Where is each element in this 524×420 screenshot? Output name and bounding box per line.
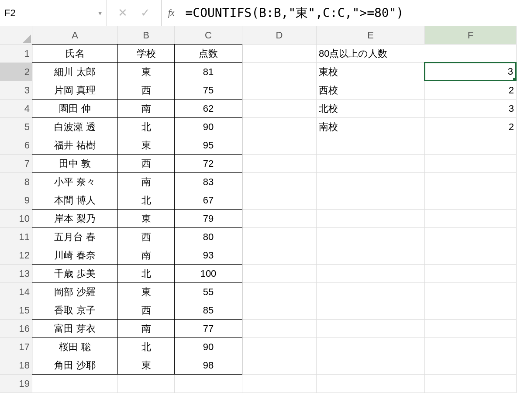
cell-B10[interactable]: 東 [117, 209, 175, 228]
cell-E3[interactable]: 西校 [317, 81, 425, 100]
cell-B4[interactable]: 南 [117, 99, 175, 118]
cell-C12[interactable]: 93 [174, 246, 242, 265]
cell-E2[interactable]: 東校 [317, 63, 425, 81]
cell-A4[interactable]: 園田 伸 [32, 99, 118, 118]
cell-D19[interactable] [242, 375, 317, 393]
cell-F9[interactable] [425, 191, 517, 210]
cell-D2[interactable] [242, 63, 317, 81]
chevron-down-icon[interactable]: ▼ [97, 10, 107, 17]
cell-A14[interactable]: 岡部 沙羅 [32, 282, 118, 301]
cell-F11[interactable] [425, 228, 517, 246]
cell-E16[interactable] [317, 320, 425, 338]
cell-C6[interactable]: 95 [174, 136, 242, 155]
row-header[interactable]: 16 [0, 320, 32, 338]
row-header[interactable]: 13 [0, 265, 32, 283]
row-header[interactable]: 9 [0, 191, 32, 210]
cell-A6[interactable]: 福井 祐樹 [32, 136, 118, 155]
cell-E10[interactable] [317, 210, 425, 228]
cell-E12[interactable] [317, 246, 425, 265]
row-header[interactable]: 18 [0, 356, 32, 375]
row-header[interactable]: 11 [0, 228, 32, 246]
cell-B8[interactable]: 南 [117, 172, 175, 191]
row-header[interactable]: 2 [0, 63, 32, 81]
row-header[interactable]: 19 [0, 375, 32, 393]
cell-E17[interactable] [317, 338, 425, 356]
cell-E4[interactable]: 北校 [317, 100, 425, 118]
cell-D13[interactable] [242, 265, 317, 283]
cell-B13[interactable]: 北 [117, 264, 175, 283]
cell-F6[interactable] [425, 136, 517, 155]
row-header[interactable]: 15 [0, 301, 32, 320]
cell-E6[interactable] [317, 136, 425, 155]
cell-B11[interactable]: 西 [117, 227, 175, 246]
cell-A18[interactable]: 角田 沙耶 [32, 356, 118, 375]
cell-C15[interactable]: 85 [174, 301, 242, 320]
cell-D15[interactable] [242, 301, 317, 320]
cell-D7[interactable] [242, 155, 317, 173]
accept-icon[interactable]: ✓ [141, 6, 150, 20]
cell-F12[interactable] [425, 246, 517, 265]
cell-D1[interactable] [242, 45, 317, 63]
cell-D3[interactable] [242, 81, 317, 100]
cell-E11[interactable] [317, 228, 425, 246]
cell-D5[interactable] [242, 118, 317, 136]
cell-C19[interactable] [175, 375, 242, 393]
cell-B7[interactable]: 西 [117, 154, 175, 173]
cell-A1[interactable]: 氏名 [32, 44, 118, 63]
cell-A10[interactable]: 岸本 梨乃 [32, 209, 118, 228]
cell-B19[interactable] [118, 375, 175, 393]
cell-C5[interactable]: 90 [174, 117, 242, 136]
cell-F7[interactable] [425, 155, 517, 173]
row-header[interactable]: 1 [0, 45, 32, 63]
cell-D16[interactable] [242, 320, 317, 338]
cell-C10[interactable]: 79 [174, 209, 242, 228]
cell-A5[interactable]: 白波瀬 透 [32, 117, 118, 136]
cell-D6[interactable] [242, 136, 317, 155]
cell-F16[interactable] [425, 320, 517, 338]
cell-C7[interactable]: 72 [174, 154, 242, 173]
cell-F18[interactable] [425, 356, 517, 375]
cell-E9[interactable] [317, 191, 425, 210]
cell-E13[interactable] [317, 265, 425, 283]
row-header[interactable]: 7 [0, 155, 32, 173]
cell-D18[interactable] [242, 356, 317, 375]
cell-A12[interactable]: 川崎 春奈 [32, 246, 118, 265]
cell-D9[interactable] [242, 191, 317, 210]
cell-F14[interactable] [425, 283, 517, 301]
cell-E7[interactable] [317, 155, 425, 173]
cell-D17[interactable] [242, 338, 317, 356]
row-header[interactable]: 14 [0, 283, 32, 301]
cancel-icon[interactable]: ✕ [118, 6, 128, 20]
cell-B17[interactable]: 北 [117, 337, 175, 356]
cell-C17[interactable]: 90 [174, 337, 242, 356]
cell-A15[interactable]: 香取 京子 [32, 301, 118, 320]
cell-F19[interactable] [425, 375, 517, 393]
row-header[interactable]: 4 [0, 100, 32, 118]
cell-B14[interactable]: 東 [117, 282, 175, 301]
cell-F2-selected[interactable]: 3 [424, 62, 517, 81]
cell-A9[interactable]: 本間 博人 [32, 191, 118, 210]
cell-D4[interactable] [242, 100, 317, 118]
cell-C13[interactable]: 100 [174, 264, 242, 283]
cell-C3[interactable]: 75 [174, 81, 242, 100]
cell-F15[interactable] [425, 301, 517, 320]
row-header[interactable]: 3 [0, 81, 32, 100]
cell-E5[interactable]: 南校 [317, 118, 425, 136]
col-header-E[interactable]: E [317, 26, 425, 45]
cell-B18[interactable]: 東 [117, 356, 175, 375]
cell-A7[interactable]: 田中 敦 [32, 154, 118, 173]
select-all-button[interactable] [0, 26, 32, 45]
col-header-C[interactable]: C [175, 26, 242, 45]
cell-F3[interactable]: 2 [425, 81, 517, 100]
cell-F8[interactable] [425, 173, 517, 191]
col-header-F[interactable]: F [425, 26, 517, 45]
cell-A17[interactable]: 桜田 聡 [32, 337, 118, 356]
formula-input[interactable]: =COUNTIFS(B:B,"東",C:C,">=80") [181, 0, 524, 26]
fx-icon[interactable]: fx [162, 0, 181, 26]
cell-C4[interactable]: 62 [174, 99, 242, 118]
row-header[interactable]: 8 [0, 173, 32, 191]
cell-B5[interactable]: 北 [117, 117, 175, 136]
cell-D10[interactable] [242, 210, 317, 228]
cell-A3[interactable]: 片岡 真理 [32, 81, 118, 100]
cell-B6[interactable]: 東 [117, 136, 175, 155]
